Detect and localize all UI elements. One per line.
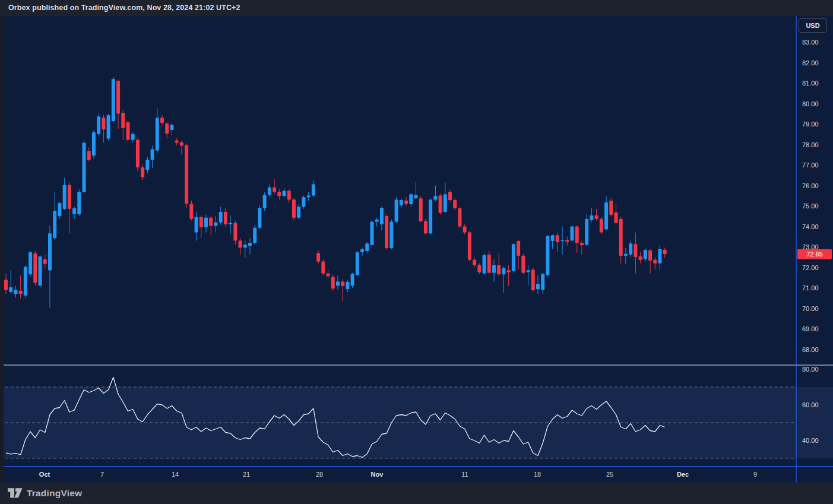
chart-area[interactable]: 83.0082.0081.0080.0079.0078.0077.0076.00… (0, 16, 833, 483)
candle-body (556, 235, 559, 242)
tradingview-brand-label[interactable]: TradingView (27, 488, 82, 499)
time-axis-label[interactable]: 11 (461, 471, 468, 478)
top-attribution-bar: Orbex published on TradingView.com, Nov … (0, 0, 833, 16)
candle-body (356, 252, 359, 275)
candle-body (160, 118, 164, 123)
price-axis-label[interactable]: 78.00 (802, 141, 819, 148)
price-axis-label[interactable]: 72.00 (802, 264, 819, 271)
candle-body (571, 227, 574, 241)
rsi-axis-label[interactable]: 60.00 (802, 401, 819, 408)
price-axis-label[interactable]: 76.00 (802, 182, 819, 189)
candle-body (336, 281, 340, 286)
time-axis-label[interactable]: 28 (316, 471, 323, 478)
candle-body (141, 167, 144, 177)
currency-toggle-button[interactable]: USD (799, 18, 827, 33)
candle-body (316, 253, 320, 261)
price-axis-label[interactable]: 77.00 (802, 161, 819, 169)
candle-body (565, 240, 569, 242)
footer-bar: TradingView (0, 483, 833, 504)
price-axis-label[interactable]: 75.00 (802, 202, 819, 210)
candle-body (224, 212, 227, 224)
candle-body (419, 198, 423, 221)
tradingview-logo-icon[interactable] (8, 486, 23, 501)
candle-body (546, 236, 549, 275)
price-axis-label[interactable]: 68.00 (802, 346, 819, 353)
candle-body (77, 192, 81, 214)
candle-body (243, 245, 247, 248)
candle-body (48, 233, 52, 270)
time-axis-label[interactable]: Oct (39, 471, 50, 478)
candle-body (615, 213, 618, 223)
rsi-axis-label[interactable]: 80.00 (802, 366, 819, 373)
candle-body (268, 188, 271, 195)
time-axis-label[interactable]: Nov (371, 471, 384, 478)
price-axis-label[interactable]: 79.00 (802, 121, 819, 128)
candle-body (658, 249, 661, 263)
candle-body (58, 203, 61, 216)
candle-body (302, 197, 305, 207)
candle-body (151, 149, 154, 160)
time-axis-label[interactable]: 14 (172, 471, 179, 478)
candle-body (175, 141, 179, 143)
candle-body (395, 199, 398, 221)
price-axis-label[interactable]: 69.00 (802, 325, 819, 332)
candle-body (507, 270, 511, 272)
candle-body (644, 250, 647, 259)
price-axis-label[interactable]: 71.00 (802, 284, 819, 291)
candle-body (273, 188, 276, 192)
time-axis-label[interactable]: 21 (243, 471, 250, 478)
candle-body (439, 195, 442, 213)
candle-body (400, 200, 403, 205)
candle-body (102, 118, 105, 129)
price-axis-label[interactable]: 82.00 (802, 59, 819, 66)
candle-body (63, 185, 66, 208)
candle-body (68, 185, 71, 208)
candle-body (258, 208, 261, 227)
candle-body (287, 191, 291, 199)
candle-body (600, 219, 603, 233)
time-axis-label[interactable]: Dec (677, 471, 689, 478)
candle-body (195, 217, 198, 233)
left-edge-strip (0, 16, 4, 483)
candle-body (502, 268, 505, 275)
price-axis-label[interactable]: 74.00 (802, 223, 819, 230)
candle-body (277, 192, 281, 196)
price-axis-label[interactable]: 83.00 (802, 39, 819, 46)
candle-body (14, 290, 17, 294)
candle-body (331, 277, 335, 289)
price-rsi-chart[interactable]: 83.0082.0081.0080.0079.0078.0077.0076.00… (0, 16, 833, 483)
time-axis-label[interactable]: 9 (753, 471, 757, 478)
time-axis-label[interactable]: 18 (534, 471, 541, 478)
candle-body (624, 254, 628, 256)
candle-body (551, 235, 555, 241)
candle-body (404, 201, 408, 204)
candle-body (53, 211, 56, 238)
candle-body (121, 113, 125, 128)
candle-body (180, 142, 183, 146)
price-axis-label[interactable]: 81.00 (802, 80, 819, 87)
candle-body (321, 261, 325, 273)
candle-body (365, 243, 369, 251)
candle-body (477, 265, 481, 272)
candle-body (351, 274, 354, 286)
candle-body (492, 265, 496, 273)
time-axis-label[interactable]: 25 (606, 471, 613, 478)
candle-body (136, 140, 140, 167)
candle-body (253, 228, 256, 243)
candle-body (370, 222, 374, 245)
candle-body (19, 291, 23, 294)
candle-body (83, 142, 86, 192)
time-axis-label[interactable]: 7 (100, 471, 104, 478)
candle-body (360, 249, 364, 252)
price-axis-label[interactable]: 70.00 (802, 305, 819, 312)
candle-body (448, 192, 452, 200)
candle-body (487, 255, 491, 273)
candle-body (156, 118, 159, 150)
candle-body (517, 241, 520, 256)
rsi-axis-label[interactable]: 40.00 (802, 437, 819, 444)
candle-body (307, 195, 311, 197)
candle-body (312, 184, 315, 195)
candle-body (609, 201, 613, 215)
price-axis-label[interactable]: 80.00 (802, 100, 819, 107)
candle-body (87, 151, 91, 160)
